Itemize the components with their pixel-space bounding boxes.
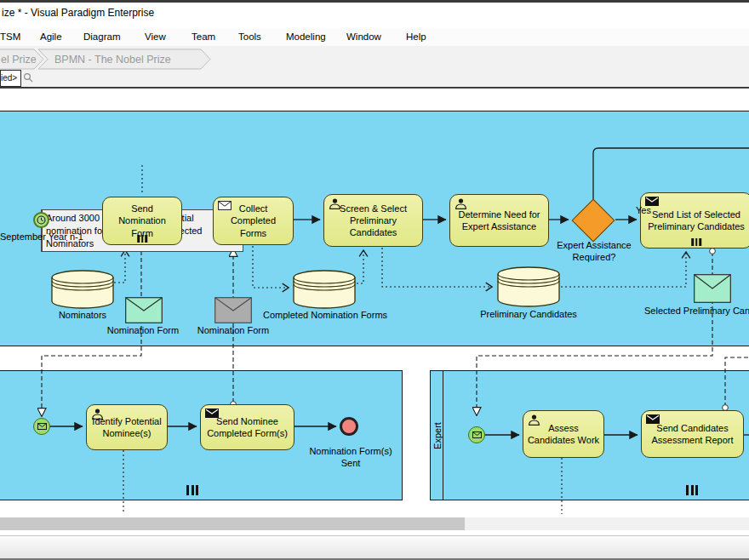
menu-diagram[interactable]: Diagram bbox=[83, 31, 120, 42]
menu-window[interactable]: Window bbox=[346, 31, 381, 42]
horizontal-scrollbar-thumb[interactable] bbox=[0, 517, 465, 530]
data-store-preliminary-candidates[interactable] bbox=[496, 266, 561, 308]
timer-start-event[interactable] bbox=[33, 212, 49, 228]
multi-instance-marker bbox=[691, 238, 701, 246]
breadcrumb: el Prize BPMN - The Nobel Prize bbox=[0, 48, 238, 71]
pool-multi-instance-marker bbox=[186, 485, 198, 495]
data-store-label: Completed Nomination Forms bbox=[256, 310, 394, 322]
menu-bar: TSM Agile Diagram View Team Tools Modeli… bbox=[0, 29, 749, 46]
message-selected-preliminary[interactable] bbox=[694, 274, 731, 303]
task-label: Send Candidates Assessment Report bbox=[642, 422, 743, 446]
task-determine-expert-need[interactable]: Determine Need for Expert Assistance bbox=[449, 194, 549, 247]
expert-lane-band: Expert bbox=[431, 371, 443, 500]
data-store-label: Nominators bbox=[40, 310, 125, 322]
data-store-nominators[interactable] bbox=[50, 269, 115, 310]
menu-view[interactable]: View bbox=[145, 31, 166, 42]
message-nomination-form-green[interactable] bbox=[125, 297, 163, 323]
user-icon bbox=[528, 414, 540, 426]
end-event[interactable] bbox=[340, 417, 358, 436]
user-icon bbox=[91, 409, 104, 420]
message-label: Nomination Form bbox=[182, 325, 284, 337]
message-label: Selected Preliminary Can bbox=[644, 306, 749, 317]
multi-instance-marker bbox=[137, 235, 147, 243]
menu-modeling[interactable]: Modeling bbox=[286, 31, 326, 42]
task-send-list-selected[interactable]: Send List of Selected Preliminary Candid… bbox=[640, 192, 749, 249]
task-identify-potential-nominees[interactable]: Identify Potential Nominee(s) bbox=[86, 404, 168, 450]
clock-icon bbox=[37, 215, 46, 225]
task-label: Send Nomination Form bbox=[103, 203, 181, 238]
gateway-yes-label: Yes bbox=[636, 205, 661, 217]
task-collect-completed-forms[interactable]: Collect Completed Forms bbox=[213, 197, 294, 245]
data-store-completed-forms[interactable] bbox=[292, 269, 357, 310]
menu-agile[interactable]: Agile bbox=[40, 31, 62, 42]
task-label: Determine Need for Expert Assistance bbox=[450, 209, 548, 232]
menu-help[interactable]: Help bbox=[406, 31, 426, 42]
task-label: Assess Candidates Work bbox=[523, 422, 603, 446]
gateway-label: Expert Assistance Required? bbox=[542, 240, 646, 264]
end-event-label: Nomination Form(s) Sent bbox=[300, 446, 402, 470]
search-icon[interactable] bbox=[23, 72, 35, 84]
receive-message-icon bbox=[218, 201, 232, 210]
filter-input[interactable]: ied> bbox=[0, 70, 21, 87]
task-label: Send Nominee Completed Form(s) bbox=[201, 415, 294, 439]
message-start-event[interactable] bbox=[468, 426, 485, 443]
window-title: ize * - Visual Paradigm Enterprise bbox=[2, 7, 154, 19]
task-assess-candidates-work[interactable]: Assess Candidates Work bbox=[523, 410, 604, 458]
user-icon bbox=[329, 198, 341, 209]
task-send-candidates-assessment[interactable]: Send Candidates Assessment Report bbox=[641, 410, 744, 458]
envelope-icon bbox=[37, 423, 47, 430]
menu-itsm[interactable]: TSM bbox=[0, 31, 20, 42]
application-window: ize * - Visual Paradigm Enterprise TSM A… bbox=[0, 0, 749, 560]
send-message-icon bbox=[205, 409, 219, 418]
window-top-edge bbox=[0, 0, 749, 3]
message-nomination-form-gray[interactable] bbox=[214, 297, 252, 323]
diagram-canvas[interactable]: Expert bbox=[0, 89, 749, 517]
task-screen-select-preliminary[interactable]: Screen & Select Preliminary Candidates bbox=[323, 194, 423, 247]
breadcrumb-current[interactable]: BPMN - The Nobel Prize bbox=[54, 54, 171, 66]
status-bar bbox=[0, 535, 749, 558]
send-message-icon bbox=[646, 414, 660, 424]
task-send-nominee-completed-forms[interactable]: Send Nominee Completed Form(s) bbox=[200, 404, 294, 450]
menu-team[interactable]: Team bbox=[192, 31, 215, 42]
data-store-label: Preliminary Candidates bbox=[477, 309, 580, 321]
expert-lane-label: Expert bbox=[432, 414, 443, 457]
message-start-event[interactable] bbox=[33, 418, 50, 435]
breadcrumb-prev[interactable]: el Prize bbox=[1, 54, 37, 66]
envelope-icon bbox=[472, 431, 482, 438]
task-send-nomination-form[interactable]: Send Nomination Form bbox=[102, 197, 182, 245]
pool-multi-instance-marker bbox=[686, 485, 698, 495]
start-event-label: September Year n-1 bbox=[0, 231, 89, 243]
message-label: Nomination Form bbox=[92, 325, 194, 337]
user-icon bbox=[455, 198, 467, 209]
menu-tools[interactable]: Tools bbox=[238, 31, 261, 42]
